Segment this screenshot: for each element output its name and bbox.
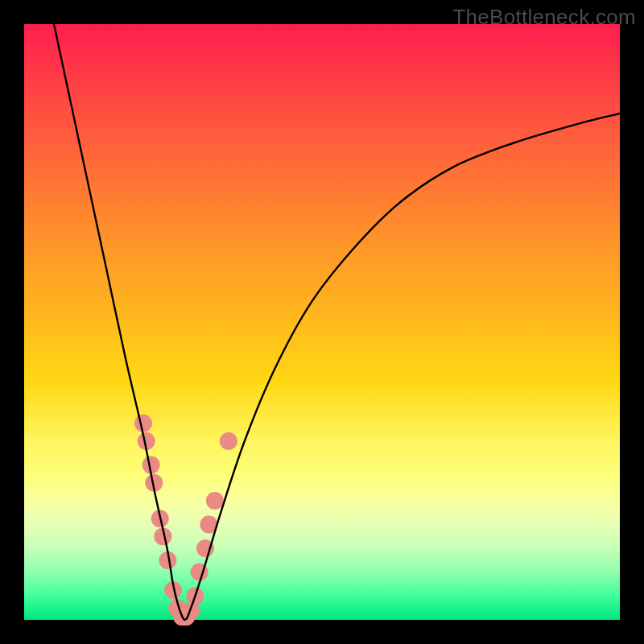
chart-frame: TheBottleneck.com bbox=[0, 0, 644, 644]
data-marker bbox=[182, 602, 200, 620]
data-marker bbox=[134, 415, 152, 432]
data-marker bbox=[220, 432, 237, 450]
bottleneck-curve bbox=[54, 24, 620, 620]
chart-overlay bbox=[24, 24, 620, 620]
markers-group bbox=[134, 415, 237, 626]
data-marker bbox=[206, 492, 224, 510]
